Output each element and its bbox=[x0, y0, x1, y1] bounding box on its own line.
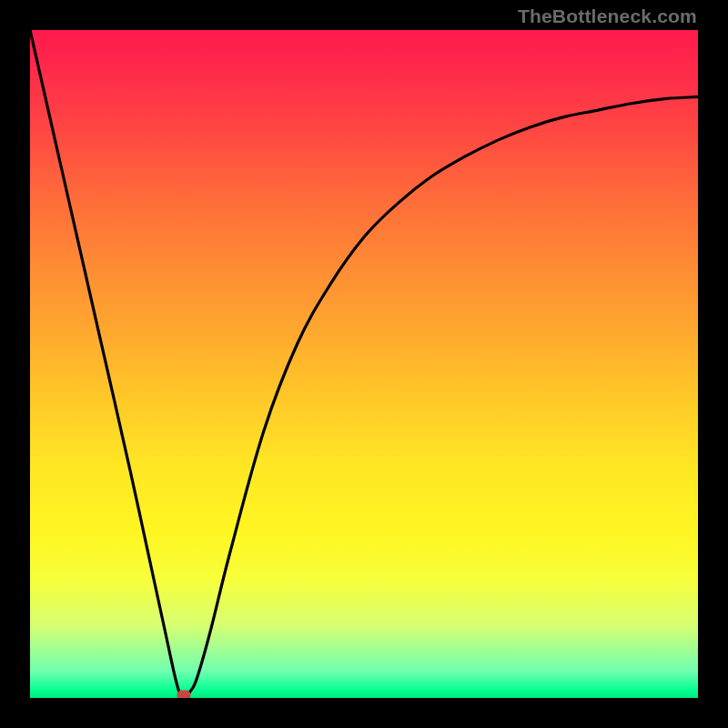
plot-area bbox=[30, 30, 698, 698]
minimum-marker bbox=[177, 691, 190, 699]
attribution-text: TheBottleneck.com bbox=[518, 5, 697, 27]
chart-frame: TheBottleneck.com bbox=[0, 0, 728, 728]
bottleneck-curve bbox=[30, 30, 698, 698]
curve-path bbox=[30, 30, 698, 698]
